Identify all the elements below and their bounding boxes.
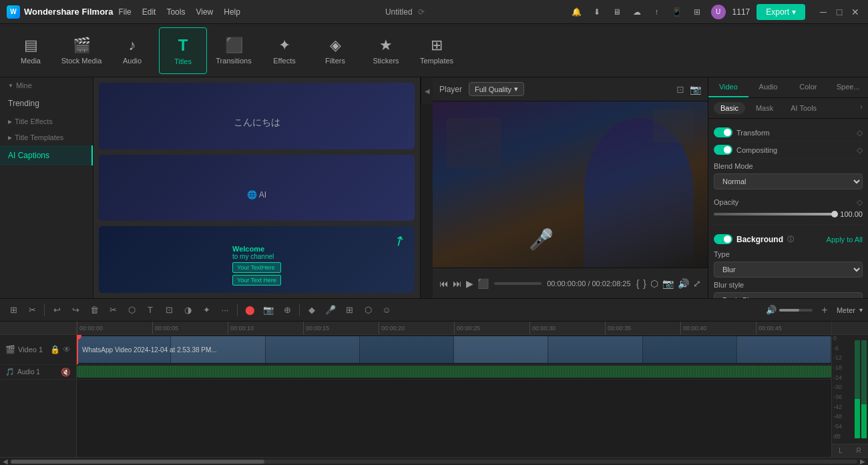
minimize-button[interactable]: ─ [817, 6, 829, 18]
maximize-button[interactable]: □ [833, 6, 845, 18]
bell-icon[interactable]: 🔔 [570, 5, 584, 19]
download-icon[interactable]: ⬇ [590, 5, 604, 19]
screenshot-icon[interactable]: 📷 [662, 278, 674, 289]
blur-style-select[interactable]: Basic Blur [714, 292, 863, 298]
tab-video[interactable]: Video [708, 77, 748, 97]
step-back-icon[interactable]: ⏭ [453, 278, 462, 289]
sidebar-section-title-effects[interactable]: ▶ Title Effects [0, 113, 93, 129]
tab-audio[interactable]: Audio [748, 77, 789, 97]
delete-icon[interactable]: 🗑 [86, 302, 102, 318]
apps-icon[interactable]: ⊞ [690, 5, 704, 19]
quality-select[interactable]: Full Quality ▾ [469, 82, 524, 96]
redo-button[interactable]: ↪ [67, 302, 83, 318]
mark-3: 00:00:15 [303, 322, 379, 334]
stop-icon[interactable]: ⬛ [477, 278, 489, 289]
apply-to-all-button[interactable]: Apply to All [827, 236, 863, 244]
crop-icon[interactable]: ⊡ [161, 302, 177, 318]
help-menu[interactable]: Help [224, 7, 240, 17]
scroll-right-icon[interactable]: ▶ [860, 458, 865, 465]
media-tool-titles[interactable]: T Titles [159, 27, 207, 74]
cut-end-icon[interactable]: } [643, 278, 646, 289]
view-menu[interactable]: View [196, 7, 213, 17]
close-button[interactable]: ✕ [849, 6, 861, 18]
monitor-icon[interactable]: 🖥 [610, 5, 624, 19]
copy-icon[interactable]: ⬡ [124, 302, 140, 318]
marker-icon[interactable]: ◆ [304, 302, 320, 318]
phone-icon[interactable]: 📱 [670, 5, 684, 19]
file-menu[interactable]: File [118, 7, 131, 17]
subtab-basic[interactable]: Basic [714, 102, 745, 114]
pip-icon[interactable]: ⊞ [341, 302, 357, 318]
ai-icon[interactable]: ✦ [198, 302, 214, 318]
media-tool-stickers[interactable]: ★ Stickers [362, 27, 410, 74]
media-tool-templates[interactable]: ⊞ Templates [413, 27, 461, 74]
effects2-icon[interactable]: ⬡ [360, 302, 376, 318]
opacity-diamond-icon[interactable]: ◇ [857, 197, 863, 207]
play-icon[interactable]: ▶ [466, 278, 473, 289]
type-select[interactable]: Blur [714, 262, 863, 278]
meter-settings-icon[interactable]: ▾ [859, 306, 863, 314]
more-icon[interactable]: ··· [217, 302, 233, 318]
media-tool-audio[interactable]: ♪ Audio [108, 27, 156, 74]
scene-detect-icon[interactable]: ⊞ [5, 302, 21, 318]
cut-icon[interactable]: ✂ [105, 302, 121, 318]
snapshot-icon[interactable]: 📷 [690, 84, 701, 95]
media-tool-stock[interactable]: 🎬 Stock Media [57, 27, 105, 74]
mute-icon[interactable]: 🔇 [61, 368, 71, 377]
text-icon[interactable]: T [142, 302, 158, 318]
sidebar-item-ai-captions[interactable]: AI Captions [0, 145, 93, 165]
timeline-meter: 0 -6 -12 -18 -24 -30 -36 -42 -48 -54 dB [831, 322, 868, 457]
cut-icon[interactable]: { [636, 278, 640, 289]
resize-icon[interactable]: ⊡ [676, 84, 684, 95]
sidebar-section-mine[interactable]: ▼ Mine [0, 77, 93, 93]
ai-clip-icon[interactable]: ✂ [24, 302, 40, 318]
sidebar-item-trending[interactable]: Trending [0, 93, 93, 113]
add-track-button[interactable]: + [817, 302, 833, 318]
transform-toggle[interactable] [714, 127, 732, 137]
horizontal-scrollbar[interactable] [11, 460, 857, 464]
tab-speed[interactable]: Spee... [828, 77, 868, 97]
lock-icon[interactable]: 🔒 [50, 345, 60, 354]
scroll-left-icon[interactable]: ◀ [3, 458, 8, 465]
tab-color[interactable]: Color [789, 77, 829, 97]
undo-button[interactable]: ↩ [49, 302, 65, 318]
compositing-expand-icon[interactable]: ◇ [857, 145, 863, 155]
save-icon[interactable]: ⟳ [418, 7, 425, 17]
fullscreen-icon[interactable]: ⤢ [693, 278, 701, 289]
media-tool-media[interactable]: ▤ Media [7, 27, 55, 74]
blend-mode-select[interactable]: Normal [714, 173, 863, 189]
record-icon[interactable]: ⬤ [242, 302, 258, 318]
split-icon[interactable]: ⬡ [650, 278, 658, 289]
volume-icon[interactable]: 🔊 [678, 278, 689, 289]
export-button[interactable]: Export ▾ [756, 4, 805, 20]
media-tool-effects[interactable]: ✦ Effects [260, 27, 308, 74]
color-icon[interactable]: ◑ [180, 302, 196, 318]
transform-expand-icon[interactable]: ◇ [857, 128, 863, 137]
camera-icon[interactable]: 📷 [260, 302, 276, 318]
tools-menu[interactable]: Tools [166, 7, 185, 17]
volume-icon[interactable]: 🔊 [766, 305, 777, 315]
video-clip[interactable]: WhatsApp Video 2024-12-04 at 2.53.38 PM.… [77, 336, 831, 363]
background-toggle[interactable] [714, 234, 732, 244]
mic-icon[interactable]: 🎤 [322, 302, 339, 318]
subtab-ai-tools[interactable]: AI Tools [784, 102, 823, 114]
eye-icon[interactable]: 👁 [63, 345, 71, 354]
edit-menu[interactable]: Edit [142, 7, 156, 17]
media-tool-transitions[interactable]: ⬛ Transitions [210, 27, 258, 74]
sidebar-section-title-templates[interactable]: ▶ Title Templates [0, 129, 93, 145]
audio-clip[interactable] [77, 366, 831, 378]
volume-slider[interactable] [779, 309, 813, 312]
subtab-mask[interactable]: Mask [749, 102, 780, 114]
progress-bar[interactable] [494, 282, 541, 285]
upload-icon[interactable]: ↑ [650, 5, 664, 19]
cloud-icon[interactable]: ☁ [630, 5, 644, 19]
media-icon: ▤ [24, 37, 38, 54]
panel-scroll-indicator[interactable]: ◀ [421, 77, 433, 104]
emoji-icon[interactable]: ☺ [379, 302, 395, 318]
channel-l: L [839, 447, 843, 454]
compositing-toggle[interactable] [714, 145, 732, 155]
opacity-slider[interactable] [714, 213, 835, 215]
media-tool-filters[interactable]: ◈ Filters [311, 27, 359, 74]
ai2-icon[interactable]: ⊕ [279, 302, 295, 318]
skip-back-icon[interactable]: ⏮ [439, 278, 449, 289]
